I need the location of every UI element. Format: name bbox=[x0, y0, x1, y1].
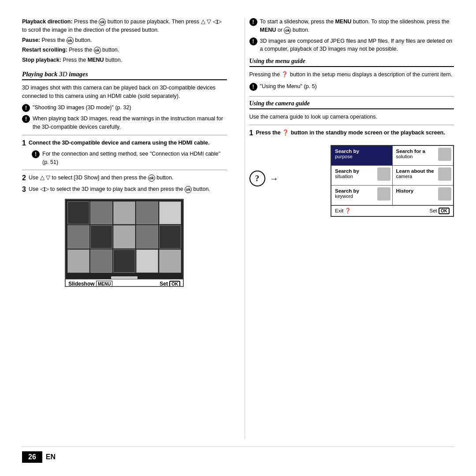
note-start-slideshow: ! To start a slideshow, press the MENU b… bbox=[249, 18, 454, 34]
thumb-7 bbox=[90, 225, 112, 249]
exclaim-icon-6: ! bbox=[249, 83, 257, 91]
situation-thumb bbox=[377, 167, 390, 181]
right-column: ! To start a slideshow, press the MENU b… bbox=[245, 18, 454, 439]
camera-guide-title: Using the camera guide bbox=[249, 100, 454, 109]
thumb-12 bbox=[90, 249, 112, 273]
playback-direction-note: Playback direction: Press the ok button … bbox=[22, 18, 227, 34]
exclaim-icon-4: ! bbox=[249, 18, 257, 26]
step-3-num: 3 bbox=[22, 185, 26, 193]
divider-1 bbox=[22, 135, 227, 135]
step-2: 2 Use △ ▽ to select [3D Show] and then p… bbox=[22, 174, 227, 182]
q-circle-icon: ? bbox=[249, 171, 265, 186]
thumb-13 bbox=[113, 249, 135, 273]
divider-4 bbox=[249, 125, 454, 125]
page-language: EN bbox=[46, 453, 56, 461]
left-column: Playback direction: Press the ok button … bbox=[22, 18, 231, 439]
ok-circle-step3: ok bbox=[185, 186, 192, 193]
cg-footer: Exit ❓ Set OK bbox=[331, 205, 453, 216]
step-1-text: Connect the 3D-compatible device and cam… bbox=[29, 139, 227, 147]
camera-guide-step1-text: Press the ❓ button in the standby mode s… bbox=[256, 129, 454, 137]
exclaim-icon-2: ! bbox=[22, 115, 30, 123]
exclaim-icon-3: ! bbox=[32, 150, 40, 158]
stop-note: Stop playback: Press the MENU button. bbox=[22, 56, 227, 64]
step-2-num: 2 bbox=[22, 174, 26, 182]
cg-cell-search-solution: Search for a solution bbox=[393, 146, 454, 165]
note-warnings-text: When playing back 3D images, read the wa… bbox=[33, 115, 227, 131]
step-1-num: 1 bbox=[22, 139, 26, 147]
cg-cell-search-purpose: Search by purpose bbox=[331, 146, 393, 165]
ok-circle-step2: ok bbox=[148, 175, 155, 182]
thumb-11 bbox=[67, 249, 89, 273]
cg-cell-search-purpose-label: Search by bbox=[335, 149, 389, 154]
cg-exit-label: Exit ❓ bbox=[335, 208, 351, 214]
slideshow-area: Slideshow MENU Set OK bbox=[22, 199, 227, 287]
thumb-1 bbox=[67, 201, 89, 225]
note-3d-jpeg: ! 3D images are composed of JPEG files a… bbox=[249, 37, 454, 54]
cg-row-2: Search by situation Learn about the came… bbox=[331, 166, 453, 186]
note-shooting-3d-text: "Shooting 3D images (3D mode)" (p. 32) bbox=[33, 104, 131, 112]
thumb-2 bbox=[90, 201, 112, 225]
q-button-area: ? bbox=[249, 171, 265, 186]
playing-back-title: Playing back 3D images bbox=[22, 71, 227, 80]
divider-3 bbox=[249, 96, 454, 97]
menu-guide-body: Pressing the ❓ button in the setup menu … bbox=[249, 71, 454, 79]
cg-row-1: Search by purpose Search for a solution bbox=[331, 146, 453, 166]
note-warnings: ! When playing back 3D images, read the … bbox=[22, 115, 227, 131]
content-area: Playback direction: Press the ok button … bbox=[22, 18, 454, 439]
thumb-15 bbox=[159, 249, 181, 273]
note-start-slideshow-text: To start a slideshow, press the MENU but… bbox=[260, 18, 454, 34]
camera-guide-grid: Search by purpose Search for a solution … bbox=[331, 145, 454, 217]
set-ok-btn: OK bbox=[169, 281, 180, 287]
exclaim-icon-5: ! bbox=[249, 37, 257, 45]
slideshow-set-label: Set OK bbox=[160, 281, 180, 287]
cg-cell-history: History bbox=[393, 186, 454, 205]
playback-direction-label: Playback direction: bbox=[22, 19, 73, 25]
restart-note: Restart scrolling: Press the ok button. bbox=[22, 46, 227, 54]
thumb-10 bbox=[159, 225, 181, 249]
exclaim-icon-1: ! bbox=[22, 104, 30, 112]
note-using-menu-text: "Using the Menu" (p. 5) bbox=[260, 82, 317, 91]
thumb-9 bbox=[136, 225, 158, 249]
restart-label: Restart scrolling: bbox=[22, 47, 67, 53]
menu-guide-title: Using the menu guide bbox=[249, 58, 454, 67]
note-shooting-3d: ! "Shooting 3D images (3D mode)" (p. 32) bbox=[22, 104, 227, 112]
note-3d-jpeg-text: 3D images are composed of JPEG files and… bbox=[260, 37, 454, 54]
camera-guide-body: Use the camera guide to look up camera o… bbox=[249, 113, 454, 121]
page: Playback direction: Press the ok button … bbox=[0, 0, 476, 476]
cg-set-label: Set OK bbox=[430, 208, 450, 214]
history-thumb bbox=[438, 187, 451, 201]
slideshow-label: Slideshow MENU bbox=[68, 281, 112, 287]
cg-set-ok-btn: OK bbox=[439, 208, 450, 214]
slideshow-grid bbox=[66, 200, 183, 275]
right-top-notes: ! To start a slideshow, press the MENU b… bbox=[249, 18, 454, 53]
cg-cell-search-purpose-sub: purpose bbox=[335, 154, 389, 159]
ok-circle-right: ok bbox=[284, 27, 291, 34]
camera-thumb bbox=[438, 167, 451, 181]
note-using-menu: ! "Using the Menu" (p. 5) bbox=[249, 82, 454, 91]
arrow-right-icon: → bbox=[270, 174, 279, 184]
note-hdmi-text: For the connection and setting method, s… bbox=[42, 150, 227, 167]
cg-cell-search-keyword: Search by keyword bbox=[331, 186, 393, 205]
divider-2 bbox=[22, 170, 227, 170]
thumb-14 bbox=[136, 249, 158, 273]
top-notes: Playback direction: Press the ok button … bbox=[22, 18, 227, 64]
slideshow-image: Slideshow MENU Set OK bbox=[65, 199, 184, 287]
step-3-text: Use ◁▷ to select the 3D image to play ba… bbox=[29, 185, 227, 193]
thumb-5 bbox=[159, 201, 181, 225]
thumb-4 bbox=[136, 201, 158, 225]
stop-label: Stop playback: bbox=[22, 57, 61, 63]
thumb-3 bbox=[113, 201, 135, 225]
step-3: 3 Use ◁▷ to select the 3D image to play … bbox=[22, 185, 227, 193]
pause-note: Pause: Press the ok button. bbox=[22, 36, 227, 45]
ok-circle-icon2: ok bbox=[67, 37, 74, 44]
playing-back-body: 3D images shot with this camera can be p… bbox=[22, 84, 227, 100]
page-number: 26 bbox=[22, 451, 42, 463]
keyword-thumb bbox=[377, 187, 390, 201]
thumb-6 bbox=[67, 225, 89, 249]
ok-circle-icon: ok bbox=[99, 19, 106, 26]
step-2-text: Use △ ▽ to select [3D Show] and then pre… bbox=[29, 174, 227, 182]
cg-row-3: Search by keyword History bbox=[331, 186, 453, 205]
menu-btn-icon: MENU bbox=[96, 281, 112, 287]
ok-circle-icon3: ok bbox=[94, 47, 101, 54]
menu-label-stop: MENU bbox=[88, 57, 104, 63]
